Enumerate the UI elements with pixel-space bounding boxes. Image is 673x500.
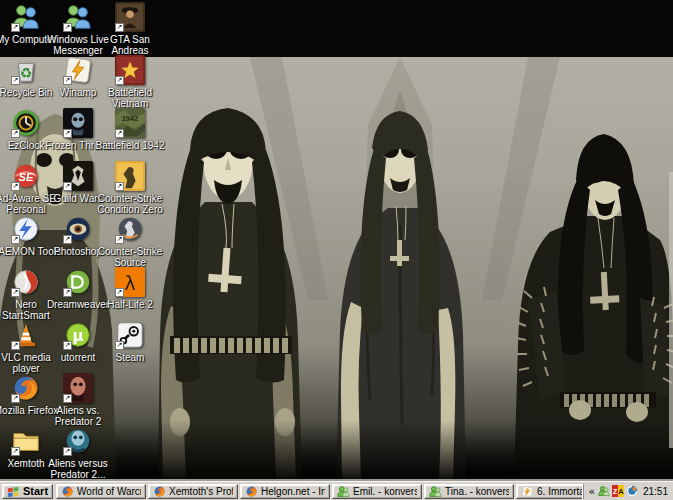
desktop-icon-label: Steam xyxy=(95,352,165,363)
avp2-icon: ↗ xyxy=(63,373,93,403)
shortcut-arrow-icon: ↗ xyxy=(63,182,72,191)
desktop-icon-ezclock[interactable]: ↗EzClock xyxy=(0,108,52,161)
windows-flag-icon xyxy=(7,485,20,498)
svg-text:1942: 1942 xyxy=(122,114,139,123)
taskbar-button-helgon-net-inga-h[interactable]: Helgon.net - Inga h... xyxy=(240,484,330,499)
zonealarm-tray-icon[interactable]: ZA xyxy=(612,485,624,497)
taskbar-button-label: Emil. - konversation xyxy=(353,486,417,497)
daemon-tools-icon: ↗ xyxy=(11,214,41,244)
tray-icons: ZA xyxy=(598,485,638,497)
shortcut-arrow-icon: ↗ xyxy=(11,23,20,32)
taskbar-button-world-of-warcraft[interactable]: World of Warcraft - ... xyxy=(56,484,146,499)
system-tray: « ZA 21:51 xyxy=(583,484,672,499)
desktop-icon-label: Aliens vs. Predator 2 xyxy=(43,405,113,427)
shortcut-arrow-icon: ↗ xyxy=(63,394,72,403)
svg-text:SE: SE xyxy=(18,171,34,183)
shortcut-arrow-icon: ↗ xyxy=(115,129,124,138)
winamp-icon: ↗ xyxy=(63,55,93,85)
utorrent-icon: µ↗ xyxy=(63,320,93,350)
shortcut-arrow-icon: ↗ xyxy=(11,76,20,85)
avp2-disc-icon: ↗ xyxy=(63,426,93,456)
nero-icon: ↗ xyxy=(11,267,41,297)
shortcut-arrow-icon: ↗ xyxy=(11,288,20,297)
shortcut-arrow-icon: ↗ xyxy=(63,23,72,32)
shortcut-arrow-icon: ↗ xyxy=(11,182,20,191)
taskbar-button-label: Tina. - konversation xyxy=(445,486,509,497)
winamp-icon xyxy=(521,485,534,498)
firefox-icon xyxy=(245,485,258,498)
firefox-icon xyxy=(153,485,166,498)
vlc-icon: ↗ xyxy=(11,320,41,350)
desktop-icon-label: Half-Life 2 xyxy=(95,299,165,310)
photoshop-icon: ↗ xyxy=(63,214,93,244)
desktop-icon-dreamweaver[interactable]: ↗Dreamweaver xyxy=(52,267,104,320)
shortcut-arrow-icon: ↗ xyxy=(11,341,20,350)
desktop-icon-counter-strike-source[interactable]: ↗Counter-Strike Source xyxy=(104,214,156,267)
shortcut-arrow-icon: ↗ xyxy=(115,23,124,32)
taskbar-button-label: World of Warcraft - ... xyxy=(77,486,141,497)
folder-icon: ↗ xyxy=(11,426,41,456)
desktop-icon-ad-aware-se-personal[interactable]: SE↗Ad-Aware SE Personal xyxy=(0,161,52,214)
start-button[interactable]: Start xyxy=(2,484,53,499)
tray-chevron[interactable]: « xyxy=(589,484,595,499)
shortcut-arrow-icon: ↗ xyxy=(63,341,72,350)
bf-vietnam-icon: ↗ xyxy=(115,55,145,85)
cs-source-icon: ↗ xyxy=(115,214,145,244)
shortcut-arrow-icon: ↗ xyxy=(63,129,72,138)
start-button-label: Start xyxy=(23,485,48,497)
shortcut-arrow-icon: ↗ xyxy=(11,394,20,403)
cs-cz-icon: ↗ xyxy=(115,161,145,191)
tray-clock: 21:51 xyxy=(641,486,668,497)
desktop-icon-half-life-2[interactable]: λ↗Half-Life 2 xyxy=(104,267,156,320)
shortcut-arrow-icon: ↗ xyxy=(63,235,72,244)
svg-text:µ: µ xyxy=(72,327,83,345)
shortcut-arrow-icon: ↗ xyxy=(115,182,124,191)
shortcut-arrow-icon: ↗ xyxy=(63,447,72,456)
taskbar-button-xemtoth-s-profile[interactable]: Xemtoth's Profile - ... xyxy=(148,484,238,499)
desktop-icon-recycle-bin[interactable]: ♻↗Recycle Bin xyxy=(0,55,52,108)
svg-text:♻: ♻ xyxy=(20,65,33,81)
desktop-icon-nero-startsmart[interactable]: ↗Nero StartSmart xyxy=(0,267,52,320)
desktop-icon-counter-strike-condition-zero[interactable]: ↗Counter-Strike Condition Zero xyxy=(104,161,156,214)
taskbar: Start World of Warcraft - ...Xemtoth's P… xyxy=(0,481,673,500)
desktop-icon-label: Counter-Strike Condition Zero xyxy=(95,193,165,215)
clock-icon: ↗ xyxy=(11,108,41,138)
taskbar-button-tina-konversation[interactable]: Tina. - konversation xyxy=(424,484,514,499)
desktop-icon-utorrent[interactable]: µ↗utorrent xyxy=(52,320,104,373)
steam-icon: ↗ xyxy=(115,320,145,350)
taskbar-buttons: World of Warcraft - ...Xemtoth's Profile… xyxy=(56,484,582,499)
desktop-icon-label: Aliens versus Predator 2... xyxy=(43,458,113,480)
taskbar-button-label: 6. Immortal - Years ... xyxy=(537,486,582,497)
recycle-icon: ♻↗ xyxy=(11,55,41,85)
shortcut-arrow-icon: ↗ xyxy=(115,341,124,350)
desktop-icon-daemon-tools[interactable]: ↗DAEMON Tools xyxy=(0,214,52,267)
desktop-icon-steam[interactable]: ↗Steam xyxy=(104,320,156,373)
desktop-icon-label: Battlefield 1942 xyxy=(95,140,165,151)
bf-1942-icon: 1942↗ xyxy=(115,108,145,138)
svg-text:λ: λ xyxy=(124,273,135,294)
taskbar-button-label: Helgon.net - Inga h... xyxy=(261,486,325,497)
messenger-icon xyxy=(429,485,442,498)
desktop-icon-vlc-media-player[interactable]: ↗VLC media player xyxy=(0,320,52,373)
desktop-icon-gta-san-andreas[interactable]: ↗GTA San Andreas xyxy=(104,2,156,55)
people-icon: ↗ xyxy=(11,2,41,32)
shortcut-arrow-icon: ↗ xyxy=(63,76,72,85)
shortcut-arrow-icon: ↗ xyxy=(115,235,124,244)
ad-aware-icon: SE↗ xyxy=(11,161,41,191)
svg-text:Z: Z xyxy=(613,487,618,496)
desktop-icon-aliens-vs-predator-2[interactable]: ↗Aliens vs. Predator 2 xyxy=(52,373,104,426)
desktop-icon-frozen-throne[interactable]: ↗Frozen Throne xyxy=(52,108,104,161)
firefox-icon xyxy=(61,485,74,498)
dreamweaver-icon: ↗ xyxy=(63,267,93,297)
guild-wars-icon: ↗ xyxy=(63,161,93,191)
taskbar-button-emil-konversation[interactable]: Emil. - konversation xyxy=(332,484,422,499)
taskbar-button-6-immortal-years[interactable]: 6. Immortal - Years ... xyxy=(516,484,582,499)
people-icon: ↗ xyxy=(63,2,93,32)
desktop-icon-battlefield-vietnam[interactable]: ↗Battlefield Vietnam xyxy=(104,55,156,108)
desktop-icon-label: Battlefield Vietnam xyxy=(95,87,165,109)
desktop-icon-aliens-versus-predator-2[interactable]: ↗Aliens versus Predator 2... xyxy=(52,426,104,479)
media-agent-tray-icon[interactable] xyxy=(626,485,638,497)
messenger-tray-icon[interactable] xyxy=(598,485,610,497)
firefox-icon: ↗ xyxy=(11,373,41,403)
desktop-icon-battlefield-1942[interactable]: 1942↗Battlefield 1942 xyxy=(104,108,156,161)
